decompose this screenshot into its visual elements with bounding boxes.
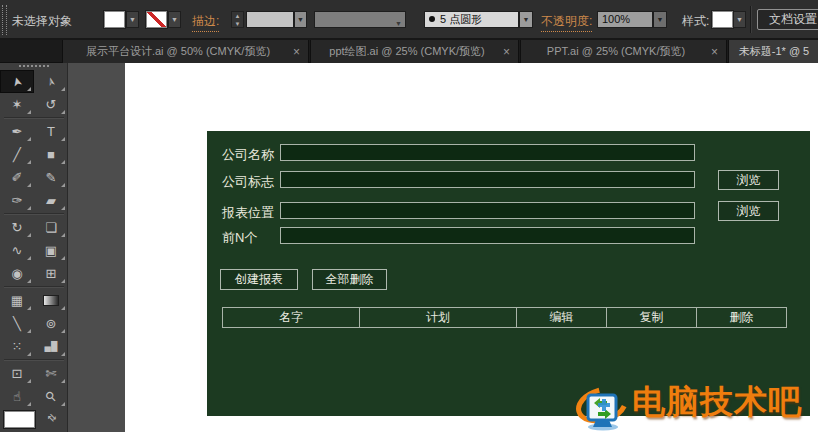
pen-icon: ✒: [12, 125, 23, 138]
rotate-icon: ↻: [12, 221, 23, 234]
mesh-tool[interactable]: ▦: [0, 289, 34, 312]
style-swatch[interactable]: [712, 11, 733, 28]
delete-all-button[interactable]: 全部删除: [312, 269, 387, 290]
artboard-tool[interactable]: ⊡: [0, 362, 34, 385]
watermark-text: 电脑技术吧: [632, 384, 802, 420]
browse-report-button[interactable]: 浏览: [718, 201, 779, 221]
report-table-header: 名字 计划 编辑 复制 删除: [222, 307, 787, 328]
close-icon[interactable]: ×: [293, 46, 300, 58]
fill-color-swatch[interactable]: [104, 11, 125, 28]
zoom-tool[interactable]: ⚲: [34, 385, 68, 408]
perspective-grid-icon: ⊞: [46, 267, 57, 280]
selection-status-label: 未选择对象: [12, 13, 72, 30]
pen-tool[interactable]: ✒: [0, 120, 34, 143]
stroke-weight-dropdown-arrow-icon[interactable]: ▼: [294, 11, 307, 28]
tab-label: 展示平台设计.ai @ 50% (CMYK/预览): [71, 44, 285, 59]
width-tool[interactable]: ∿: [0, 239, 34, 262]
shape-builder-tool[interactable]: ◉: [0, 262, 34, 285]
column-graph-tool[interactable]: ▄█: [34, 335, 68, 358]
tab-label: PPT.ai @ 25% (CMYK/预览): [529, 44, 703, 59]
blob-brush-tool[interactable]: ✑: [0, 189, 34, 212]
width-icon: ∿: [12, 244, 23, 257]
width-profile-dropdown[interactable]: ▼: [314, 11, 406, 28]
swap-fill-stroke-icon[interactable]: ⇄: [45, 411, 59, 425]
tab-document-2[interactable]: ppt绘图.ai @ 25% (CMYK/预览) ×: [310, 40, 519, 63]
shape-builder-icon: ◉: [11, 267, 22, 280]
fill-swatch[interactable]: [4, 411, 35, 428]
tab-document-1[interactable]: 展示平台设计.ai @ 50% (CMYK/预览) ×: [62, 40, 309, 63]
brush-definition-dropdown[interactable]: 5 点圆形: [424, 11, 519, 28]
direct-selection-tool[interactable]: ➢: [34, 70, 68, 93]
fill-color-dropdown-arrow-icon[interactable]: ▼: [126, 11, 139, 28]
create-report-button[interactable]: 创建报表: [220, 269, 298, 290]
tool-grid: ➤ ➢ ✶ ↺ ✒ T ╱ ■ ✐ ✎ ✑ ▰ ↻ ❏ ∿ ▣ ◉ ⊞ ▦ ╲ …: [0, 70, 68, 408]
paintbrush-tool[interactable]: ✐: [0, 166, 34, 189]
watermark: 电脑技术吧: [576, 382, 802, 432]
style-label: 样式:: [682, 13, 709, 30]
free-transform-icon: ▣: [45, 244, 57, 257]
stroke-color-dropdown-arrow-icon[interactable]: ▼: [168, 11, 181, 28]
mesh-icon: ▦: [11, 294, 23, 307]
blob-brush-icon: ✑: [12, 194, 23, 207]
control-bar: 未选择对象 ▼ ▼ 描边: ▲▼ ▼ ▼ 5 点圆形 ▼ 不透明度: 100% …: [0, 0, 818, 40]
type-icon: T: [47, 125, 55, 138]
free-transform-tool[interactable]: ▣: [34, 239, 68, 262]
scale-tool[interactable]: ❏: [34, 216, 68, 239]
line-segment-tool[interactable]: ╱: [0, 143, 34, 166]
type-tool[interactable]: T: [34, 120, 68, 143]
company-logo-input[interactable]: [280, 171, 695, 188]
gradient-tool[interactable]: [34, 289, 68, 312]
brush-dropdown-arrow-icon[interactable]: ▼: [519, 11, 533, 28]
opacity-input[interactable]: 100%: [597, 11, 653, 28]
blend-icon: ⊚: [46, 317, 57, 330]
close-icon[interactable]: ×: [503, 46, 510, 58]
browse-logo-button[interactable]: 浏览: [718, 170, 779, 190]
tools-drag-handle-icon[interactable]: [19, 65, 49, 67]
lasso-tool[interactable]: ↺: [34, 93, 68, 116]
column-header-plan: 计划: [360, 307, 517, 328]
pencil-tool[interactable]: ✎: [34, 166, 68, 189]
report-location-input[interactable]: [280, 202, 695, 219]
rectangle-tool[interactable]: ■: [34, 143, 68, 166]
document-tab-bar: 展示平台设计.ai @ 50% (CMYK/预览) × ppt绘图.ai @ 2…: [0, 40, 818, 63]
eyedropper-icon: ╲: [13, 317, 21, 330]
tab-document-3[interactable]: PPT.ai @ 25% (CMYK/预览) ×: [520, 40, 727, 63]
fill-stroke-swatches: ⇄: [4, 411, 35, 428]
close-icon[interactable]: ×: [711, 46, 718, 58]
hand-icon: ☝: [13, 390, 21, 403]
selection-arrow-icon: ➤: [10, 75, 24, 88]
perspective-grid-tool[interactable]: ⊞: [34, 262, 68, 285]
opacity-panel-link[interactable]: 不透明度:: [541, 13, 592, 32]
line-icon: ╱: [13, 148, 21, 161]
magic-wand-icon: ✶: [12, 98, 23, 111]
top-n-input[interactable]: [280, 227, 695, 244]
selection-tool[interactable]: ➤: [0, 70, 34, 93]
eraser-icon: ▰: [46, 194, 56, 207]
magic-wand-tool[interactable]: ✶: [0, 93, 34, 116]
symbol-sprayer-icon: ⁙: [12, 340, 23, 353]
stroke-panel-link[interactable]: 描边:: [192, 13, 219, 32]
hand-tool[interactable]: ☝: [0, 385, 34, 408]
stroke-color-swatch[interactable]: [146, 11, 167, 28]
rotate-tool[interactable]: ↻: [0, 216, 34, 239]
symbol-sprayer-tool[interactable]: ⁙: [0, 335, 34, 358]
eyedropper-tool[interactable]: ╲: [0, 312, 34, 335]
eraser-tool[interactable]: ▰: [34, 189, 68, 212]
panel-drag-handle-icon[interactable]: [2, 5, 7, 35]
tab-label: ppt绘图.ai @ 25% (CMYK/预览): [319, 44, 495, 59]
company-name-label: 公司名称: [222, 146, 274, 164]
style-dropdown-arrow-icon[interactable]: ▼: [733, 11, 746, 28]
stroke-weight-stepper[interactable]: ▲▼: [231, 11, 244, 28]
blend-tool[interactable]: ⊚: [34, 312, 68, 335]
company-logo-label: 公司标志: [222, 173, 274, 191]
slice-tool[interactable]: ✄: [34, 362, 68, 385]
column-graph-icon: ▄█: [45, 342, 58, 351]
column-header-copy: 复制: [607, 307, 697, 328]
opacity-dropdown-arrow-icon[interactable]: ▼: [653, 11, 667, 28]
rectangle-icon: ■: [47, 148, 55, 161]
gradient-icon: [43, 295, 59, 306]
document-setup-button[interactable]: 文档设置: [757, 9, 818, 30]
tab-document-4-active[interactable]: 未标题-1* @ 5: [728, 40, 818, 63]
stroke-weight-input[interactable]: [246, 11, 294, 28]
company-name-input[interactable]: [280, 144, 695, 161]
